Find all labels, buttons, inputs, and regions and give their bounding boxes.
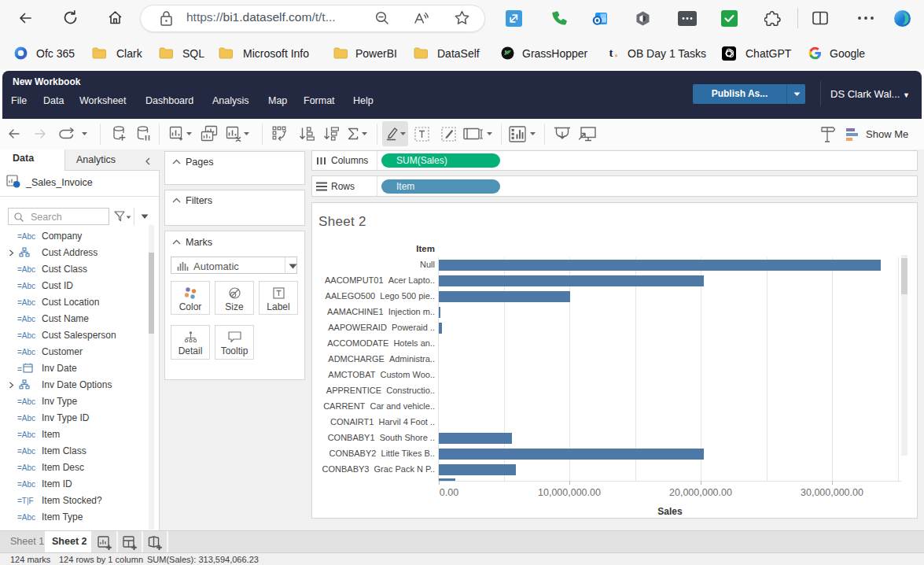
svg-text:t: t bbox=[609, 46, 613, 59]
